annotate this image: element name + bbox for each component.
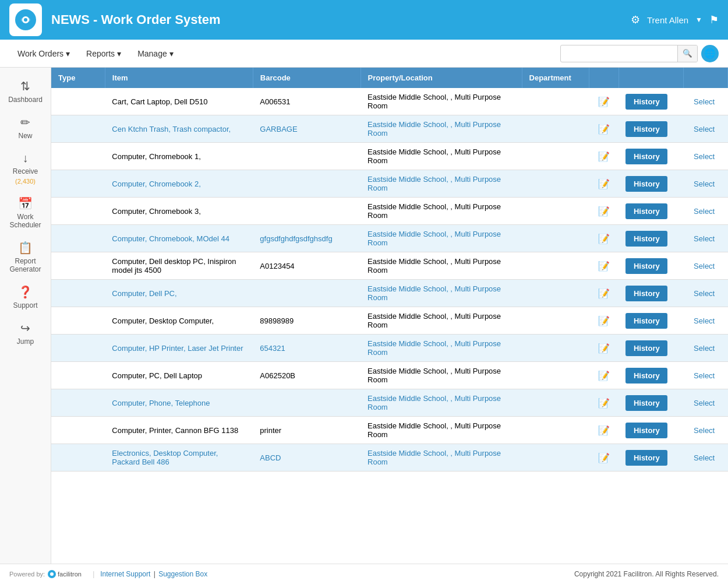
- globe-button[interactable]: 🌐: [701, 45, 719, 62]
- barcode-link[interactable]: gfgsdfghdfgsdfghsdfg: [260, 234, 332, 243]
- select-link[interactable]: Select: [690, 180, 715, 188]
- history-button[interactable]: History: [625, 203, 667, 219]
- history-button[interactable]: History: [625, 395, 667, 411]
- cell-edit-icon[interactable]: 📝: [589, 252, 619, 280]
- history-button[interactable]: History: [625, 149, 667, 164]
- cell-edit-icon[interactable]: 📝: [589, 115, 619, 143]
- select-link[interactable]: Select: [690, 426, 715, 435]
- search-input[interactable]: [561, 49, 677, 58]
- sidebar-item-receive[interactable]: ↓ Receive (2,430): [0, 146, 51, 191]
- cell-location[interactable]: Eastside Middle School, , Multi Purpose …: [361, 115, 522, 143]
- location-link[interactable]: Eastside Middle School, , Multi Purpose …: [367, 175, 501, 192]
- sidebar-item-report-generator[interactable]: 📋 Report Generator: [0, 235, 51, 279]
- edit-icon[interactable]: 📝: [598, 343, 610, 353]
- history-button[interactable]: History: [625, 340, 667, 356]
- select-link[interactable]: Select: [690, 289, 715, 298]
- item-link[interactable]: Cen Ktchn Trash, Trash compactor,: [112, 125, 231, 133]
- edit-icon[interactable]: 📝: [598, 453, 610, 463]
- location-link[interactable]: Eastside Middle School, , Multi Purpose …: [367, 449, 501, 466]
- edit-icon[interactable]: 📝: [598, 425, 610, 435]
- cell-edit-icon[interactable]: 📝: [589, 143, 619, 170]
- edit-icon[interactable]: 📝: [598, 261, 610, 271]
- barcode-link[interactable]: GARBAGE: [260, 125, 297, 133]
- barcode-link[interactable]: 654321: [260, 344, 285, 353]
- cell-item[interactable]: Cen Ktchn Trash, Trash compactor,: [105, 115, 253, 143]
- cell-edit-icon[interactable]: 📝: [589, 335, 619, 362]
- sidebar-item-work-scheduler[interactable]: 📅 Work Scheduler: [0, 191, 51, 235]
- item-link[interactable]: Electronics, Desktop Computer, Packard B…: [112, 449, 218, 466]
- select-link[interactable]: Select: [690, 207, 715, 216]
- history-button[interactable]: History: [625, 94, 667, 110]
- cell-item[interactable]: Computer, Chromebook, MOdel 44: [105, 225, 253, 252]
- edit-icon[interactable]: 📝: [598, 179, 610, 189]
- cell-item[interactable]: Electronics, Desktop Computer, Packard B…: [105, 444, 253, 472]
- edit-icon[interactable]: 📝: [598, 97, 610, 107]
- nav-item-reports[interactable]: Reports ▾: [78, 42, 129, 65]
- item-link[interactable]: Computer, Chromebook 2,: [112, 180, 200, 188]
- cell-edit-icon[interactable]: 📝: [589, 307, 619, 335]
- edit-icon[interactable]: 📝: [598, 398, 610, 408]
- history-button[interactable]: History: [625, 368, 667, 384]
- select-link[interactable]: Select: [690, 344, 715, 353]
- select-link[interactable]: Select: [690, 316, 715, 325]
- history-button[interactable]: History: [625, 258, 667, 274]
- edit-icon[interactable]: 📝: [598, 152, 610, 161]
- cell-edit-icon[interactable]: 📝: [589, 417, 619, 444]
- cell-barcode[interactable]: ABCD: [253, 444, 361, 472]
- user-name[interactable]: Trent Allen: [647, 15, 688, 25]
- sidebar-item-dashboard[interactable]: ⇅ Dashboard: [0, 73, 51, 110]
- cell-edit-icon[interactable]: 📝: [589, 225, 619, 252]
- search-button[interactable]: 🔍: [677, 45, 697, 62]
- cell-edit-icon[interactable]: 📝: [589, 280, 619, 307]
- cell-edit-icon[interactable]: 📝: [589, 198, 619, 225]
- nav-item-manage[interactable]: Manage ▾: [129, 42, 182, 65]
- edit-icon[interactable]: 📝: [598, 124, 610, 134]
- sidebar-item-jump[interactable]: ↪ Jump: [0, 315, 51, 351]
- sidebar-item-new[interactable]: ✏ New: [0, 110, 51, 146]
- cell-item[interactable]: Computer, HP Printer, Laser Jet Printer: [105, 335, 253, 362]
- suggestion-box-link[interactable]: Suggestion Box: [158, 570, 207, 578]
- history-button[interactable]: History: [625, 286, 667, 301]
- cell-barcode[interactable]: GARBAGE: [253, 115, 361, 143]
- cell-item[interactable]: Computer, Dell PC,: [105, 280, 253, 307]
- location-link[interactable]: Eastside Middle School, , Multi Purpose …: [367, 339, 501, 357]
- user-dropdown-icon[interactable]: ▼: [695, 16, 702, 24]
- cell-location[interactable]: Eastside Middle School, , Multi Purpose …: [361, 280, 522, 307]
- cell-barcode[interactable]: gfgsdfghdfgsdfghsdfg: [253, 225, 361, 252]
- edit-icon[interactable]: 📝: [598, 206, 610, 216]
- nav-item-work-orders[interactable]: Work Orders ▾: [9, 42, 78, 65]
- cell-edit-icon[interactable]: 📝: [589, 389, 619, 417]
- internet-support-link[interactable]: Internet Support: [100, 570, 150, 578]
- history-button[interactable]: History: [625, 450, 667, 466]
- history-button[interactable]: History: [625, 121, 667, 137]
- cell-location[interactable]: Eastside Middle School, , Multi Purpose …: [361, 225, 522, 252]
- edit-icon[interactable]: 📝: [598, 371, 610, 381]
- edit-icon[interactable]: 📝: [598, 234, 610, 244]
- item-link[interactable]: Computer, Chromebook, MOdel 44: [112, 234, 229, 243]
- location-link[interactable]: Eastside Middle School, , Multi Purpose …: [367, 394, 501, 411]
- cell-item[interactable]: Computer, Chromebook 2,: [105, 170, 253, 198]
- select-link[interactable]: Select: [690, 262, 715, 270]
- select-link[interactable]: Select: [690, 371, 715, 380]
- cell-edit-icon[interactable]: 📝: [589, 362, 619, 389]
- barcode-link[interactable]: ABCD: [260, 453, 281, 462]
- cell-item[interactable]: Computer, Phone, Telephone: [105, 389, 253, 417]
- history-button[interactable]: History: [625, 176, 667, 192]
- select-link[interactable]: Select: [690, 453, 715, 462]
- edit-icon[interactable]: 📝: [598, 289, 610, 298]
- select-link[interactable]: Select: [690, 234, 715, 243]
- select-link[interactable]: Select: [690, 125, 715, 133]
- sidebar-item-support[interactable]: ❓ Support: [0, 279, 51, 315]
- item-link[interactable]: Computer, Dell PC,: [112, 289, 176, 298]
- select-link[interactable]: Select: [690, 399, 715, 407]
- history-button[interactable]: History: [625, 313, 667, 329]
- flag-icon[interactable]: ⚑: [709, 13, 719, 26]
- location-link[interactable]: Eastside Middle School, , Multi Purpose …: [367, 120, 501, 138]
- edit-icon[interactable]: 📝: [598, 316, 610, 326]
- cell-location[interactable]: Eastside Middle School, , Multi Purpose …: [361, 335, 522, 362]
- cell-edit-icon[interactable]: 📝: [589, 170, 619, 198]
- location-link[interactable]: Eastside Middle School, , Multi Purpose …: [367, 230, 501, 247]
- history-button[interactable]: History: [625, 231, 667, 247]
- select-link[interactable]: Select: [690, 152, 715, 161]
- history-button[interactable]: History: [625, 423, 667, 438]
